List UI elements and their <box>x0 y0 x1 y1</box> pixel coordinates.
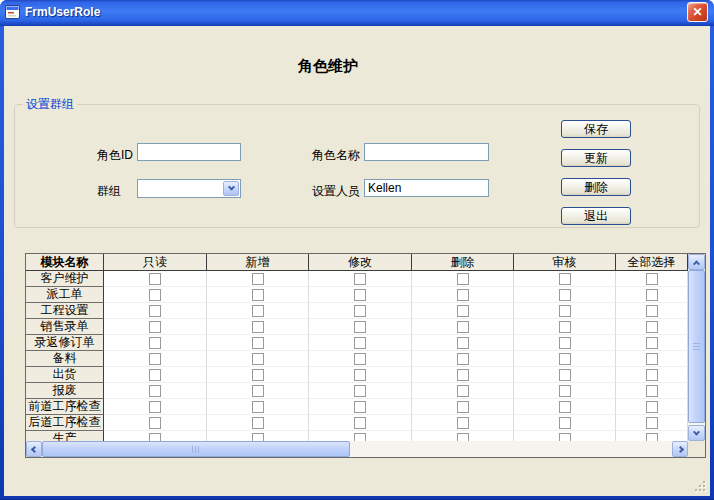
group-combobox[interactable] <box>137 179 241 198</box>
permission-checkbox[interactable] <box>252 417 264 429</box>
group-label: 群组 <box>97 183 121 200</box>
permission-checkbox[interactable] <box>354 305 366 317</box>
permission-checkbox[interactable] <box>252 273 264 285</box>
permission-checkbox[interactable] <box>149 273 161 285</box>
column-header[interactable]: 审核 <box>514 254 616 271</box>
permission-checkbox[interactable] <box>646 433 658 442</box>
column-header[interactable]: 新增 <box>207 254 309 271</box>
permission-checkbox[interactable] <box>559 305 571 317</box>
scroll-up-button[interactable] <box>688 254 705 270</box>
setter-input[interactable] <box>364 179 489 197</box>
permission-checkbox[interactable] <box>354 433 366 442</box>
permission-checkbox[interactable] <box>457 305 469 317</box>
update-button[interactable]: 更新 <box>561 149 631 167</box>
column-header[interactable]: 删除 <box>412 254 514 271</box>
permission-checkbox[interactable] <box>149 353 161 365</box>
permission-checkbox[interactable] <box>457 417 469 429</box>
permission-checkbox[interactable] <box>457 289 469 301</box>
permission-checkbox[interactable] <box>149 385 161 397</box>
permission-checkbox[interactable] <box>559 417 571 429</box>
scroll-left-button[interactable] <box>26 441 42 457</box>
permission-checkbox[interactable] <box>559 401 571 413</box>
horizontal-scrollbar[interactable] <box>26 441 688 457</box>
exit-button[interactable]: 退出 <box>561 207 631 225</box>
permission-checkbox[interactable] <box>252 401 264 413</box>
permission-checkbox[interactable] <box>354 289 366 301</box>
permission-checkbox[interactable] <box>457 321 469 333</box>
permission-checkbox[interactable] <box>457 401 469 413</box>
permission-checkbox[interactable] <box>457 353 469 365</box>
permission-checkbox[interactable] <box>457 385 469 397</box>
permission-checkbox[interactable] <box>149 305 161 317</box>
app-icon <box>5 5 21 20</box>
permission-cell <box>104 319 207 335</box>
permission-checkbox[interactable] <box>559 321 571 333</box>
permission-checkbox[interactable] <box>457 433 469 442</box>
permission-checkbox[interactable] <box>646 289 658 301</box>
column-header[interactable]: 只读 <box>104 254 207 271</box>
role-id-input[interactable] <box>137 143 241 161</box>
vertical-scrollbar-thumb[interactable] <box>688 270 705 423</box>
permission-checkbox[interactable] <box>149 417 161 429</box>
delete-button[interactable]: 删除 <box>561 178 631 196</box>
vertical-scrollbar[interactable] <box>688 254 705 441</box>
permission-cell <box>104 383 207 399</box>
permission-checkbox[interactable] <box>354 273 366 285</box>
scroll-down-button[interactable] <box>688 425 705 441</box>
permission-checkbox[interactable] <box>646 417 658 429</box>
permission-cell <box>412 271 514 287</box>
permission-checkbox[interactable] <box>354 401 366 413</box>
combo-dropdown-button[interactable] <box>223 181 239 196</box>
permission-checkbox[interactable] <box>646 305 658 317</box>
permission-checkbox[interactable] <box>252 353 264 365</box>
permission-checkbox[interactable] <box>354 321 366 333</box>
permission-checkbox[interactable] <box>457 337 469 349</box>
permission-checkbox[interactable] <box>559 337 571 349</box>
permission-checkbox[interactable] <box>354 385 366 397</box>
permission-checkbox[interactable] <box>559 353 571 365</box>
permission-checkbox[interactable] <box>559 433 571 442</box>
close-button[interactable]: ✕ <box>687 2 708 22</box>
column-header[interactable]: 全部选择 <box>616 254 688 271</box>
permission-checkbox[interactable] <box>559 273 571 285</box>
horizontal-scrollbar-thumb[interactable] <box>42 441 350 457</box>
scroll-right-button[interactable] <box>672 441 688 457</box>
permission-cell <box>514 351 616 367</box>
permission-checkbox[interactable] <box>559 289 571 301</box>
permission-checkbox[interactable] <box>354 337 366 349</box>
permission-checkbox[interactable] <box>252 321 264 333</box>
permission-checkbox[interactable] <box>252 305 264 317</box>
role-name-input[interactable] <box>364 143 489 161</box>
permission-checkbox[interactable] <box>354 353 366 365</box>
permission-checkbox[interactable] <box>354 417 366 429</box>
permission-checkbox[interactable] <box>646 337 658 349</box>
resize-grip[interactable] <box>695 481 707 493</box>
permission-checkbox[interactable] <box>646 401 658 413</box>
permission-checkbox[interactable] <box>149 321 161 333</box>
permission-checkbox[interactable] <box>354 369 366 381</box>
permission-checkbox[interactable] <box>646 353 658 365</box>
permission-cell <box>104 367 207 383</box>
permission-checkbox[interactable] <box>646 385 658 397</box>
permission-checkbox[interactable] <box>149 369 161 381</box>
permission-checkbox[interactable] <box>252 369 264 381</box>
column-header[interactable]: 模块名称 <box>26 254 104 271</box>
permission-checkbox[interactable] <box>149 337 161 349</box>
titlebar[interactable]: FrmUserRole ✕ <box>0 0 714 26</box>
permission-checkbox[interactable] <box>559 369 571 381</box>
permission-checkbox[interactable] <box>457 273 469 285</box>
permission-checkbox[interactable] <box>149 433 161 442</box>
permission-checkbox[interactable] <box>646 273 658 285</box>
permission-checkbox[interactable] <box>252 289 264 301</box>
permission-checkbox[interactable] <box>252 337 264 349</box>
permission-checkbox[interactable] <box>457 369 469 381</box>
permission-checkbox[interactable] <box>559 385 571 397</box>
permission-checkbox[interactable] <box>646 321 658 333</box>
permission-checkbox[interactable] <box>149 289 161 301</box>
permission-checkbox[interactable] <box>252 385 264 397</box>
column-header[interactable]: 修改 <box>309 254 412 271</box>
save-button[interactable]: 保存 <box>561 120 631 138</box>
permission-checkbox[interactable] <box>149 401 161 413</box>
permission-checkbox[interactable] <box>252 433 264 442</box>
permission-checkbox[interactable] <box>646 369 658 381</box>
